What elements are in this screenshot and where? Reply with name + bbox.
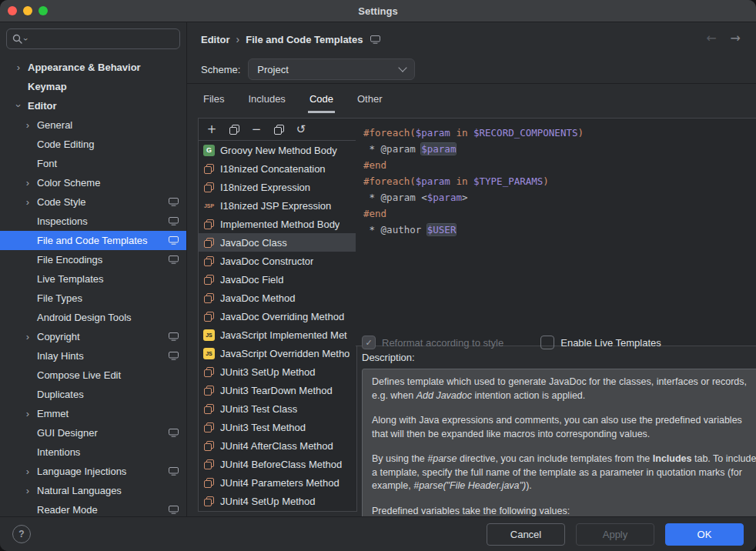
tab-other[interactable]: Other	[356, 90, 384, 113]
sidebar-item-keymap[interactable]: Keymap	[0, 77, 186, 96]
template-item-label: I18nized JSP Expression	[220, 200, 331, 212]
template-item-junit3-test-class[interactable]: JUnit3 Test Class	[199, 399, 356, 418]
sidebar-item-label: Inlay Hints	[37, 350, 84, 362]
sidebar-item-inlay-hints[interactable]: Inlay Hints	[0, 346, 186, 366]
sidebar-item-label: File Types	[37, 292, 82, 304]
remove-template-icon[interactable]: −	[250, 123, 263, 135]
chevron-right-icon[interactable]: ›	[24, 196, 32, 208]
sidebar-item-live-templates[interactable]: Live Templates	[0, 269, 186, 289]
scheme-label: Scheme:	[201, 64, 240, 75]
sidebar-item-copyright[interactable]: ›Copyright	[0, 327, 186, 346]
chevron-right-icon[interactable]: ›	[24, 331, 32, 342]
sidebar-item-appearance-behavior[interactable]: ›Appearance & Behavior	[0, 58, 186, 77]
enable-live-templates-checkbox[interactable]	[540, 336, 554, 349]
template-item-junit4-beforeclass-method[interactable]: JUnit4 BeforeClass Method	[199, 455, 356, 473]
template-item-junit4-parameters-method[interactable]: JUnit4 Parameters Method	[199, 473, 356, 492]
tab-code[interactable]: Code	[308, 90, 335, 113]
template-item-label: Implemented Method Body	[220, 219, 340, 230]
template-item-i18nized-concatenation[interactable]: I18nized Concatenation	[199, 159, 356, 178]
add-template-icon[interactable]: +	[206, 123, 218, 135]
forward-arrow-icon[interactable]: →	[731, 31, 741, 45]
template-item-junit3-setup-method[interactable]: JUnit3 SetUp Method	[199, 362, 356, 381]
template-item-label: JavaScript Implemented Met	[220, 329, 347, 341]
reformat-checkbox[interactable]: ✓	[362, 336, 376, 349]
sidebar-item-natural-languages[interactable]: ›Natural Languages	[0, 481, 186, 500]
ok-button[interactable]: OK	[665, 523, 744, 546]
chevron-down-icon[interactable]: ›	[13, 102, 25, 110]
cancel-button[interactable]: Cancel	[487, 523, 565, 546]
search-input[interactable]	[30, 32, 174, 45]
tab-files[interactable]: Files	[202, 90, 226, 113]
project-scope-icon	[169, 467, 179, 476]
copy-template-icon[interactable]	[228, 123, 240, 135]
template-item-implemented-method-body[interactable]: Implemented Method Body	[199, 215, 356, 233]
sidebar-item-android-design-tools[interactable]: Android Design Tools	[0, 308, 186, 327]
template-icon	[203, 477, 215, 489]
template-item-javadoc-class[interactable]: JavaDoc Class	[199, 233, 356, 252]
chevron-right-icon[interactable]: ›	[24, 408, 32, 419]
help-button[interactable]: ?	[12, 525, 31, 543]
template-item-javadoc-constructor[interactable]: JavaDoc Constructor	[199, 252, 356, 270]
chevron-right-icon[interactable]: ›	[15, 62, 22, 73]
chevron-right-icon[interactable]: ›	[24, 466, 32, 477]
template-item-groovy-new-method-body[interactable]: GGroovy New Method Body	[199, 141, 356, 159]
template-item-i18nized-expression[interactable]: I18nized Expression	[199, 178, 356, 196]
reset-template-icon[interactable]: ↺	[295, 123, 307, 135]
template-item-javascript-overridden-metho[interactable]: JSJavaScript Overridden Metho	[199, 344, 356, 362]
breadcrumb: Editor › File and Code Templates	[201, 33, 380, 45]
sidebar-item-label: GUI Designer	[37, 427, 98, 439]
template-item-javadoc-overriding-method[interactable]: JavaDoc Overriding Method	[199, 307, 356, 326]
template-item-junit3-test-method[interactable]: JUnit3 Test Method	[199, 418, 356, 436]
jsp-icon: JSP	[203, 200, 215, 212]
sidebar-item-file-and-code-templates[interactable]: File and Code Templates	[0, 231, 186, 250]
sidebar-item-color-scheme[interactable]: ›Color Scheme	[0, 173, 186, 192]
template-tabs: FilesIncludesCodeOther	[202, 90, 383, 113]
sidebar-item-compose-live-edit[interactable]: Compose Live Edit	[0, 366, 186, 385]
search-history-chevron-icon[interactable]: ›	[22, 38, 31, 41]
chevron-right-icon[interactable]: ›	[24, 177, 32, 189]
apply-button[interactable]: Apply	[576, 523, 654, 546]
sidebar-item-font[interactable]: Font	[0, 154, 186, 173]
scheme-dropdown[interactable]: Project	[248, 58, 415, 80]
template-code-editor[interactable]: #foreach($param in $RECORD_COMPONENTS) *…	[356, 118, 756, 346]
minimize-button[interactable]	[23, 6, 32, 15]
groovy-icon: G	[203, 145, 215, 156]
sidebar-item-emmet[interactable]: ›Emmet	[0, 404, 186, 423]
sidebar-item-label: Copyright	[37, 331, 80, 342]
sidebar-item-duplicates[interactable]: Duplicates	[0, 385, 186, 404]
template-item-junit3-teardown-method[interactable]: JUnit3 TearDown Method	[199, 381, 356, 399]
template-item-javascript-implemented-met[interactable]: JSJavaScript Implemented Met	[199, 326, 356, 344]
chevron-right-icon[interactable]: ›	[24, 119, 32, 131]
zoom-button[interactable]	[38, 6, 48, 15]
sidebar-item-language-injections[interactable]: ›Language Injections	[0, 462, 186, 481]
duplicate-template-icon[interactable]	[273, 123, 285, 135]
template-item-junit4-setup-method[interactable]: JUnit4 SetUp Method	[199, 492, 356, 510]
sidebar-item-general[interactable]: ›General	[0, 115, 186, 135]
sidebar-item-reader-mode[interactable]: Reader Mode	[0, 500, 186, 518]
tab-includes[interactable]: Includes	[246, 90, 286, 113]
breadcrumb-editor[interactable]: Editor	[201, 34, 230, 45]
sidebar-item-editor[interactable]: ›Editor	[0, 96, 186, 115]
close-button[interactable]	[8, 6, 17, 15]
search-field[interactable]: ›	[6, 28, 180, 49]
sidebar-item-gui-designer[interactable]: GUI Designer	[0, 423, 186, 442]
sidebar-item-file-encodings[interactable]: File Encodings	[0, 250, 186, 269]
template-item-junit4-afterclass-method[interactable]: JUnit4 AfterClass Method	[199, 436, 356, 455]
template-item-label: JUnit4 Parameters Method	[220, 477, 340, 489]
breadcrumb-file-and-code-templates[interactable]: File and Code Templates	[246, 34, 363, 45]
chevron-right-icon[interactable]: ›	[24, 485, 32, 496]
template-item-i18nized-jsp-expression[interactable]: JSPI18nized JSP Expression	[199, 196, 356, 215]
template-icon	[203, 459, 215, 470]
template-item-label: JavaDoc Method	[220, 292, 296, 304]
sidebar-item-label: Live Templates	[37, 273, 103, 285]
sidebar-item-code-style[interactable]: ›Code Style	[0, 192, 186, 212]
sidebar-item-file-types[interactable]: File Types	[0, 289, 186, 308]
template-item-javadoc-field[interactable]: JavaDoc Field	[199, 270, 356, 289]
template-item-javadoc-method[interactable]: JavaDoc Method	[199, 289, 356, 307]
sidebar-item-intentions[interactable]: Intentions	[0, 442, 186, 462]
template-icon	[203, 255, 215, 267]
back-arrow-icon[interactable]: ←	[706, 31, 716, 45]
sidebar-item-inspections[interactable]: Inspections	[0, 212, 186, 231]
template-item-label: JUnit4 SetUp Method	[220, 496, 316, 507]
sidebar-item-code-editing[interactable]: Code Editing	[0, 135, 186, 154]
